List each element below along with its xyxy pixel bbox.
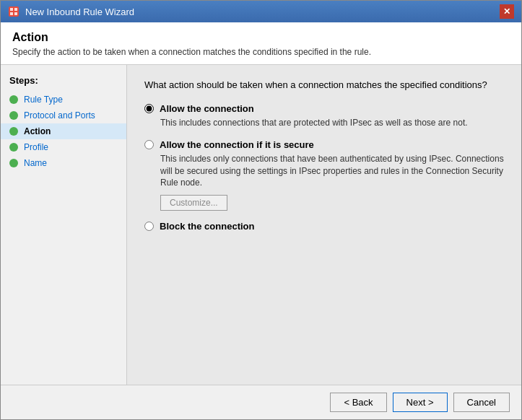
main-content: What action should be taken when a conne… (127, 65, 521, 385)
radio-row-allow: Allow the connection (144, 103, 504, 114)
radio-label-allow-if-secure[interactable]: Allow the connection if it is secure (160, 139, 314, 150)
radio-row-block: Block the connection (144, 221, 504, 232)
header-description: Specify the action to be taken when a co… (12, 47, 510, 57)
svg-rect-2 (14, 8, 17, 11)
sidebar-item-protocol-ports[interactable]: Protocol and Ports (1, 108, 126, 123)
main-wrapper: Action Specify the action to be taken wh… (1, 22, 521, 419)
step-dot-name (9, 159, 18, 167)
option-allow-connection: Allow the connection This includes conne… (144, 103, 504, 129)
window-title: New Inbound Rule Wizard (25, 6, 134, 17)
sidebar-item-label-name: Name (24, 158, 47, 168)
content-inner: Steps: Rule Type Protocol and Ports Acti… (1, 65, 521, 385)
sidebar-item-label-action: Action (24, 126, 51, 136)
next-button[interactable]: Next > (393, 393, 448, 412)
sidebar-item-name[interactable]: Name (1, 155, 126, 171)
back-button[interactable]: < Back (330, 393, 386, 412)
close-button[interactable]: ✕ (500, 4, 514, 19)
sidebar-item-label-protocol-ports: Protocol and Ports (24, 110, 95, 121)
option-allow-if-secure: Allow the connection if it is secure Thi… (144, 139, 504, 211)
footer: < Back Next > Cancel (1, 385, 521, 419)
sidebar-item-rule-type[interactable]: Rule Type (1, 92, 126, 108)
steps-label: Steps: (1, 72, 126, 92)
sidebar-item-action[interactable]: Action (1, 123, 126, 139)
svg-rect-1 (10, 8, 13, 11)
cancel-button[interactable]: Cancel (453, 393, 510, 412)
svg-rect-4 (14, 12, 17, 15)
header-section: Action Specify the action to be taken wh… (1, 22, 521, 65)
wizard-window: New Inbound Rule Wizard ✕ Action Specify… (0, 0, 522, 420)
sidebar-item-profile[interactable]: Profile (1, 139, 126, 155)
step-dot-profile (9, 143, 18, 152)
svg-rect-3 (10, 12, 13, 15)
app-icon (8, 6, 19, 17)
radio-label-block-connection[interactable]: Block the connection (160, 221, 254, 232)
option-block-connection: Block the connection (144, 221, 504, 232)
sidebar: Steps: Rule Type Protocol and Ports Acti… (1, 65, 127, 385)
step-dot-rule-type (9, 95, 18, 104)
radio-desc-allow-connection: This includes connections that are prote… (160, 117, 504, 129)
step-dot-protocol-ports (9, 111, 18, 120)
customize-button[interactable]: Customize... (160, 195, 227, 211)
header-title: Action (12, 31, 510, 44)
sidebar-item-label-rule-type: Rule Type (24, 95, 63, 105)
radio-allow-connection[interactable] (144, 104, 154, 113)
sidebar-item-label-profile: Profile (24, 142, 48, 152)
radio-row-allow-secure: Allow the connection if it is secure (144, 139, 504, 150)
question-text: What action should be taken when a conne… (144, 79, 504, 90)
radio-desc-allow-if-secure: This includes only connections that have… (160, 153, 504, 189)
title-bar-left: New Inbound Rule Wizard (8, 6, 134, 17)
radio-allow-if-secure[interactable] (144, 140, 154, 149)
step-dot-action (9, 127, 18, 136)
title-bar: New Inbound Rule Wizard ✕ (1, 1, 521, 22)
radio-label-allow-connection[interactable]: Allow the connection (160, 103, 254, 114)
radio-block-connection[interactable] (144, 222, 154, 231)
